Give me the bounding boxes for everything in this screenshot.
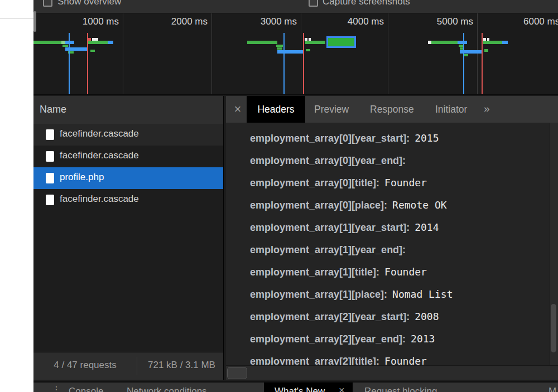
load-event-line bbox=[482, 33, 483, 94]
waterfall-bar-green bbox=[90, 50, 95, 52]
waterfall-bar-green bbox=[431, 41, 458, 44]
show-overview-checkbox[interactable] bbox=[43, 0, 52, 7]
horizontal-scrollbar-thumb[interactable] bbox=[227, 367, 247, 379]
form-data-param: employment_array[1][place]:Nomad List bbox=[250, 283, 453, 306]
waterfall-bar-green bbox=[459, 45, 463, 47]
tab-preview[interactable]: Preview bbox=[314, 96, 349, 123]
param-key: employment_array[2][year_start]: bbox=[250, 311, 410, 322]
timeline-time-label: 2000 ms bbox=[141, 16, 208, 27]
request-row[interactable]: facefinder.cascade bbox=[33, 124, 223, 146]
param-value: Founder bbox=[384, 266, 427, 278]
timeline-time-label: 1000 ms bbox=[52, 16, 119, 27]
drawer-tab-whats-new[interactable]: What's New × bbox=[264, 383, 353, 392]
selected-request-highlight-box[interactable] bbox=[326, 36, 356, 48]
form-data-param: employment_array[2][year_start]:2008 bbox=[250, 306, 439, 328]
drawer-tab-close-icon[interactable]: × bbox=[339, 385, 345, 392]
param-key: employment_array[1][year_end]: bbox=[250, 244, 406, 255]
load-event-line bbox=[87, 33, 88, 94]
param-value: 2013 bbox=[411, 333, 435, 345]
transferred-size: 721 kB / 3.1 MB bbox=[148, 360, 215, 371]
details-tabbar: × HeadersPreviewResponseInitiator » bbox=[226, 96, 558, 123]
request-name: profile.php bbox=[60, 172, 104, 183]
form-data-list: employment_array[0][year_start]:2015empl… bbox=[226, 123, 558, 366]
capture-screenshots-checkbox[interactable] bbox=[309, 0, 318, 7]
param-key: employment_array[0][year_end]: bbox=[250, 155, 406, 166]
tab-initiator[interactable]: Initiator bbox=[435, 96, 467, 123]
waterfall-bar-green bbox=[305, 41, 325, 44]
name-column-label: Name bbox=[40, 104, 66, 115]
waterfall-bar-blue bbox=[458, 41, 467, 44]
request-row[interactable]: profile.php bbox=[33, 167, 223, 189]
network-overview-timeline[interactable]: 1000 ms2000 ms3000 ms4000 ms5000 ms6000 … bbox=[33, 13, 558, 95]
param-key: employment_array[1][place]: bbox=[250, 289, 387, 300]
requests-count: 4 / 47 requests bbox=[39, 360, 131, 371]
kebab-menu-icon[interactable]: ⋮ bbox=[52, 384, 61, 392]
vertical-scrollbar-thumb[interactable] bbox=[551, 304, 556, 352]
param-value: Founder bbox=[384, 355, 427, 366]
param-value: Remote OK bbox=[392, 199, 447, 211]
waterfall-bar-green bbox=[88, 41, 108, 44]
drawer-tab-network-conditions[interactable]: Network conditions bbox=[127, 386, 207, 392]
timeline-grid-divider bbox=[477, 13, 478, 94]
request-name: facefinder.cascade bbox=[60, 150, 139, 161]
param-value: Founder bbox=[384, 177, 427, 188]
drawer-tab-console[interactable]: Console bbox=[69, 386, 103, 392]
waterfall-bar-green bbox=[247, 41, 277, 44]
param-value: 2008 bbox=[415, 311, 439, 322]
tab-overflow-chevron-icon[interactable]: » bbox=[484, 96, 490, 123]
form-data-param: employment_array[1][year_start]:2014 bbox=[250, 216, 439, 239]
timeline-time-label: 6000 ms bbox=[523, 16, 558, 27]
timeline-time-label: 3000 ms bbox=[230, 16, 297, 27]
param-value: Nomad List bbox=[392, 288, 453, 300]
request-row[interactable]: facefinder.cascade bbox=[33, 189, 223, 211]
timeline-grid-divider bbox=[301, 13, 301, 94]
form-data-param: employment_array[1][title]:Founder bbox=[250, 261, 427, 283]
param-key: employment_array[1][title]: bbox=[250, 267, 379, 278]
drawer-tab-m[interactable]: M bbox=[549, 386, 556, 392]
form-data-param: employment_array[2][year_end]:2013 bbox=[250, 328, 435, 350]
param-value: 2015 bbox=[415, 132, 439, 144]
param-key: employment_array[0][place]: bbox=[250, 200, 387, 211]
file-icon bbox=[46, 195, 54, 205]
network-summary-bar: 4 / 47 requests 721 kB / 3.1 MB bbox=[33, 352, 223, 380]
form-data-param: employment_array[2][title]:Founder bbox=[250, 350, 427, 366]
waterfall-bar-green bbox=[33, 41, 61, 44]
drawer-tab-request-blocking[interactable]: Request blocking bbox=[364, 386, 437, 392]
param-value: 2014 bbox=[415, 221, 439, 233]
request-details-panel: × HeadersPreviewResponseInitiator » empl… bbox=[226, 96, 558, 380]
file-icon bbox=[46, 173, 54, 183]
domcontentloaded-event-line bbox=[463, 33, 464, 94]
waterfall-bar-blue bbox=[108, 41, 113, 44]
capture-screenshots-label[interactable]: Capture screenshots bbox=[323, 0, 410, 7]
param-key: employment_array[2][title]: bbox=[250, 356, 379, 366]
devtools-drawer-tabbar: ⋮ ConsoleNetwork conditionsRequest block… bbox=[33, 381, 558, 392]
page-background-rule bbox=[0, 18, 33, 19]
waterfall-bar-green bbox=[276, 45, 283, 47]
devtools-network-panel: Show overview Capture screenshots 1000 m… bbox=[33, 0, 558, 392]
param-key: employment_array[0][year_start]: bbox=[250, 133, 410, 144]
form-data-param: employment_array[0][title]:Founder bbox=[250, 172, 427, 194]
param-key: employment_array[1][year_start]: bbox=[250, 222, 410, 233]
tab-headers[interactable]: Headers bbox=[247, 96, 305, 123]
waterfall-bar-green bbox=[464, 54, 468, 56]
domcontentloaded-event-line bbox=[69, 33, 70, 94]
form-data-param: employment_array[0][place]:Remote OK bbox=[250, 194, 447, 216]
summary-divider bbox=[137, 357, 137, 375]
horizontal-scrollbar[interactable] bbox=[226, 365, 558, 380]
load-event-line bbox=[303, 33, 304, 94]
timeline-grid-divider bbox=[211, 13, 212, 94]
overview-scrollbar-thumb[interactable] bbox=[33, 11, 36, 32]
domcontentloaded-event-line bbox=[283, 33, 285, 94]
timeline-time-label: 4000 ms bbox=[317, 16, 384, 27]
network-toolbar: Show overview Capture screenshots bbox=[33, 0, 558, 13]
request-row[interactable]: facefinder.cascade bbox=[33, 146, 223, 167]
param-key: employment_array[2][year_end]: bbox=[250, 333, 406, 345]
tab-response[interactable]: Response bbox=[370, 96, 414, 123]
close-icon[interactable]: × bbox=[230, 101, 245, 117]
vertical-scrollbar[interactable] bbox=[550, 123, 558, 366]
waterfall-bar-blue bbox=[502, 41, 508, 44]
show-overview-label[interactable]: Show overview bbox=[57, 0, 121, 7]
name-column-header[interactable]: Name bbox=[33, 96, 223, 124]
waterfall-bar-green bbox=[484, 49, 488, 52]
waterfall-bar-green bbox=[62, 45, 68, 47]
